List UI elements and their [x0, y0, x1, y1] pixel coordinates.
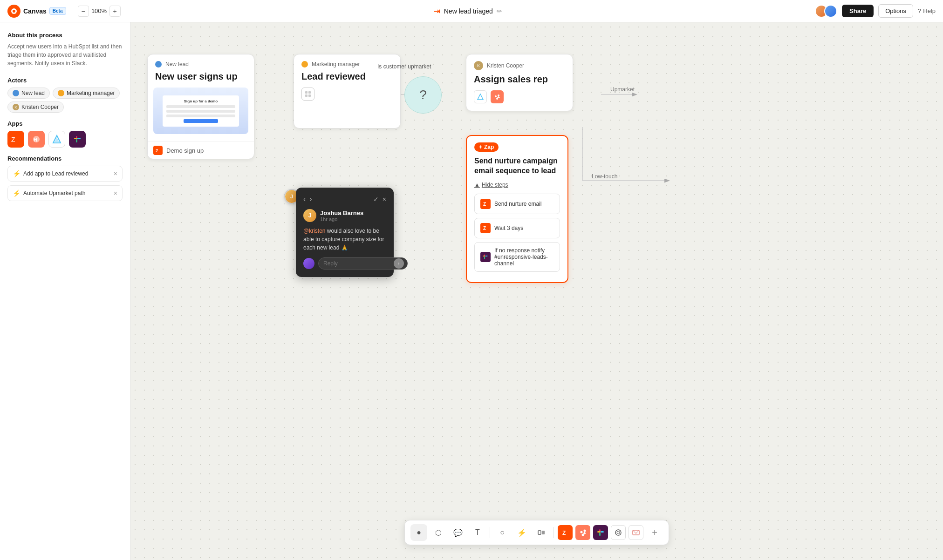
hubspot-app-icon[interactable]: H	[28, 131, 45, 148]
node-zapier-icon: Z	[153, 146, 163, 155]
svg-text:Z: Z	[562, 530, 566, 536]
rec-item-2[interactable]: ⚡ Automate Upmarket path ×	[7, 185, 123, 201]
apps-title: Apps	[7, 120, 123, 127]
zap-step-3[interactable]: If no response notify #unresponsive-lead…	[474, 242, 560, 272]
zoom-in-button[interactable]: +	[109, 6, 121, 17]
svg-rect-9	[76, 139, 77, 142]
topbar-center: ⇥ New lead triaged ✏	[126, 6, 810, 16]
doc-icon: ⇥	[433, 6, 440, 16]
node-assign-sales[interactable]: K Kristen Cooper Assign sales rep	[466, 54, 573, 111]
zapier-app-icon[interactable]: Z	[7, 131, 24, 148]
zap-step-label-3: If no response notify #unresponsive-lead…	[494, 247, 554, 267]
svg-rect-22	[305, 94, 308, 97]
toolbar-zapier-btn[interactable]: Z	[558, 525, 573, 540]
bottom-toolbar: ● ⬡ 💬 T ○ ⚡ Z	[404, 520, 669, 545]
toolbar-slack-btn[interactable]	[593, 525, 608, 540]
actor-avatar-kristen: K	[13, 104, 19, 110]
question-icon: ?	[918, 7, 921, 14]
zap-step-1[interactable]: Z Send nurture email	[474, 194, 560, 214]
toolbar-comment-btn[interactable]: 💬	[450, 524, 466, 541]
zap-step-icon-2: Z	[480, 223, 491, 233]
hide-steps-btn[interactable]: ▲ Hide steps	[474, 182, 560, 188]
node-new-user[interactable]: New lead New user signs up Sign up for a…	[147, 54, 254, 159]
zap-step-label-2: Wait 3 days	[494, 225, 523, 231]
reply-send-btn[interactable]: ↑	[394, 258, 404, 269]
options-button[interactable]: Options	[878, 4, 913, 18]
actor-chip-marketing: Marketing manager	[53, 88, 120, 99]
node-actor-label-kristen: Kristen Cooper	[487, 62, 524, 69]
rec-item-1[interactable]: ⚡ Add app to Lead reviewed ×	[7, 166, 123, 182]
svg-rect-46	[599, 533, 601, 536]
sidebar: About this process Accept new users into…	[0, 22, 130, 560]
edit-icon[interactable]: ✏	[497, 7, 502, 15]
node-title-lead-reviewed: Lead reviewed	[294, 71, 400, 88]
comment-next-btn[interactable]: ›	[309, 195, 312, 203]
node-actor-dot-new-lead	[155, 61, 162, 67]
rec-icon-2: ⚡	[13, 189, 20, 197]
toolbar-circle-btn[interactable]: ○	[494, 524, 511, 541]
svg-rect-10	[74, 138, 77, 139]
svg-point-42	[582, 534, 584, 536]
toolbar-select-btn[interactable]: ●	[410, 524, 427, 541]
zap-plus-icon: +	[479, 144, 482, 150]
zap-title: Send nurture campaign email sequence to …	[474, 156, 560, 176]
reply-input-wrapper: ↑	[318, 257, 408, 270]
svg-text:Low-touch: Low-touch	[592, 173, 617, 180]
zap-label: Zap	[484, 144, 494, 150]
node-actor-label-new-user: New lead	[165, 61, 189, 67]
divider-1	[72, 7, 72, 16]
svg-rect-36	[538, 531, 541, 534]
rec-close-1[interactable]: ×	[114, 170, 117, 177]
svg-rect-45	[601, 531, 604, 533]
svg-rect-47	[597, 531, 601, 533]
toolbar-shape-btn[interactable]	[533, 524, 550, 541]
svg-rect-33	[485, 256, 488, 256]
slack-app-icon[interactable]	[69, 131, 86, 148]
comment-resolve-btn[interactable]: ✓	[373, 196, 379, 203]
svg-point-48	[615, 530, 621, 535]
help-button[interactable]: ? Help	[918, 7, 936, 14]
node-actor-dot-marketing	[301, 61, 308, 67]
grid-icon	[301, 88, 314, 101]
share-button[interactable]: Share	[842, 5, 874, 17]
comment-nav: ‹ ›	[303, 195, 312, 203]
actor-label-new-lead: New lead	[21, 90, 45, 96]
toolbar-add-btn[interactable]: +	[646, 524, 663, 541]
rec-icon-1: ⚡	[13, 170, 20, 177]
logo-icon	[7, 5, 20, 18]
actor-dot-marketing	[58, 90, 64, 96]
mock-input-2	[166, 110, 235, 113]
svg-point-25	[498, 94, 499, 96]
mock-form: Sign up for a demo	[163, 95, 239, 127]
svg-rect-35	[483, 256, 485, 256]
app-logo: Canvas Beta	[7, 5, 66, 18]
toolbar-lightning-btn[interactable]: ⚡	[513, 524, 530, 541]
lucid-app-icon[interactable]	[48, 131, 65, 148]
svg-point-29	[495, 95, 497, 97]
zap-step-2[interactable]: Z Wait 3 days	[474, 218, 560, 238]
actor-chips: New lead Marketing manager K Kristen Coo…	[7, 88, 123, 113]
toolbar-hubspot-btn[interactable]	[575, 525, 590, 540]
apps-row: Z H	[7, 131, 123, 148]
node-apps-assign	[466, 90, 573, 111]
comment-close-btn[interactable]: ×	[383, 196, 386, 203]
actor-label-kristen: Kristen Cooper	[21, 104, 59, 110]
decision-node[interactable]: ?	[404, 76, 442, 114]
comment-username: Joshua Barnes	[320, 209, 363, 216]
comment-user-info: Joshua Barnes 1hr ago	[320, 209, 363, 222]
canvas[interactable]: Upmarket Low-touch New lead New user sig…	[130, 22, 943, 560]
zap-step-label-1: Send nurture email	[494, 201, 541, 207]
toolbar-openai-btn[interactable]	[611, 525, 626, 540]
toolbar-divider-1	[490, 527, 490, 538]
zoom-out-button[interactable]: −	[78, 6, 89, 17]
node-title-new-user: New user signs up	[148, 71, 254, 88]
toolbar-gmail-btn[interactable]	[629, 525, 643, 540]
svg-point-28	[496, 98, 498, 100]
rec-close-2[interactable]: ×	[114, 189, 117, 197]
actor-label-marketing: Marketing manager	[67, 90, 115, 96]
toolbar-frame-btn[interactable]: ⬡	[430, 524, 447, 541]
comment-prev-btn[interactable]: ‹	[303, 195, 306, 203]
toolbar-text-btn[interactable]: T	[469, 524, 486, 541]
zap-node[interactable]: + Zap Send nurture campaign email sequen…	[466, 135, 568, 283]
comment-actions: ✓ ×	[373, 196, 386, 203]
